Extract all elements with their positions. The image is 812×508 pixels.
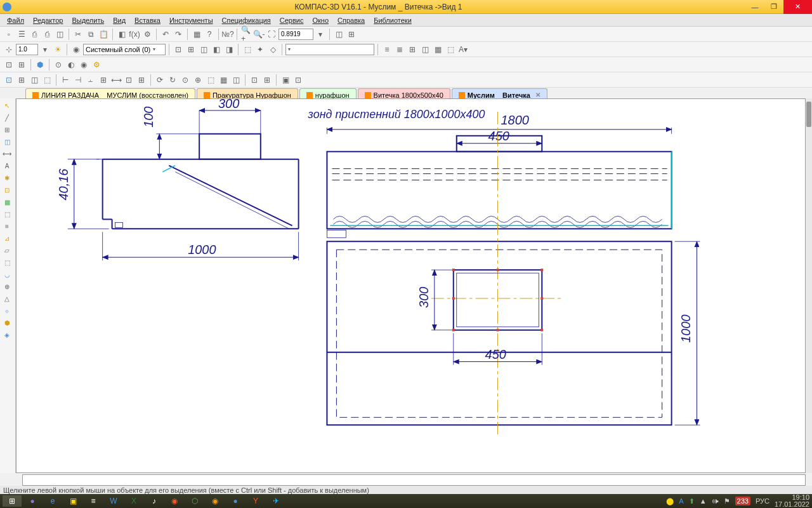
tool-icon[interactable]: ⬚ [1,208,13,220]
layer-toggle-icon[interactable]: ◉ [70,44,82,55]
tool-icon[interactable]: ▦ [191,29,202,40]
cursor-icon[interactable]: ↖ [1,100,13,111]
tool-icon[interactable]: ✱ [1,172,13,184]
tray-icon[interactable]: ▲ [700,497,707,505]
tool-icon[interactable]: ⊕ [1,281,13,292]
gear-icon[interactable]: ⚙ [91,59,102,70]
layer-icon[interactable]: ☀ [52,44,63,55]
tool-icon[interactable]: ⊙ [53,59,64,70]
tool-icon[interactable]: ⊕ [192,74,204,86]
snap-icon[interactable]: ⊹ [3,44,15,55]
menu-tools[interactable]: Инструменты [166,15,217,25]
tray-icon[interactable]: ⬤ [666,497,674,505]
tool-icon[interactable]: ? [204,29,215,40]
tool-icon[interactable]: ⚙ [141,29,153,40]
tool-icon[interactable]: ◫ [419,44,431,55]
tool-icon[interactable]: ✦ [254,44,266,55]
line-icon[interactable]: ╱ [1,112,13,123]
tool-icon[interactable]: ⟷ [110,74,122,86]
start-button[interactable]: ⊞ [3,495,22,507]
paste-icon[interactable]: 📋 [98,29,109,40]
menu-select[interactable]: Выделить [68,15,108,25]
redo-icon[interactable]: ↷ [173,29,184,40]
clock[interactable]: 19:10 17.01.2022 [775,494,809,508]
menu-service[interactable]: Сервис [276,15,308,25]
tool-icon[interactable]: ⫠ [85,74,96,86]
menu-lib[interactable]: Библиотеки [370,15,416,25]
help-icon[interactable]: №? [222,29,233,40]
tool-icon[interactable]: ≡ [381,44,393,55]
copy-icon[interactable]: ⧉ [85,29,96,40]
task-icon[interactable]: ● [226,495,245,507]
open-icon[interactable]: ☰ [16,29,27,40]
tool-icon[interactable]: ⊡ [123,74,134,86]
tool-icon[interactable]: ◫ [198,44,209,55]
task-icon[interactable]: ▣ [63,495,82,507]
tool-icon[interactable]: ⊞ [346,29,357,40]
task-icon[interactable]: W [104,495,123,507]
tool-icon[interactable]: A▾ [457,44,469,55]
tool-icon[interactable]: ⊡ [1,184,13,196]
menu-spec[interactable]: Спецификация [218,15,275,25]
drawing-canvas[interactable]: зонд пристенний 1800x1000x400 300 100 40… [16,99,805,472]
tool-icon[interactable]: ⬚ [205,74,216,86]
task-icon[interactable]: ⬡ [185,495,204,507]
tool-icon[interactable]: ⊞ [136,74,147,86]
tool-icon[interactable]: ↻ [167,74,178,86]
tool-icon[interactable]: ◐ [65,59,77,70]
vertical-scrollbar[interactable] [806,98,812,473]
tool-icon[interactable]: ≣ [394,44,405,55]
tool-icon[interactable]: ◫ [230,74,242,86]
menu-window[interactable]: Окно [308,15,332,25]
menu-file[interactable]: Файл [3,15,28,25]
tool-icon[interactable]: ⊞ [185,44,197,55]
tool-icon[interactable]: ⬢ [1,317,13,328]
tool-icon[interactable]: ⊢ [60,74,71,86]
tool-icon[interactable]: ⊡ [3,59,15,70]
tool-icon[interactable]: ⟐ [1,305,13,316]
zoom-in-icon[interactable]: 🔍+ [240,29,252,40]
tray-icon[interactable]: ⬆ [689,497,695,505]
dim-icon[interactable]: ⟷ [1,148,13,159]
tool-icon[interactable]: ◫ [29,74,40,86]
tool-icon[interactable]: ◫ [1,136,13,147]
tool-icon[interactable]: ◫ [333,29,344,40]
tool-icon[interactable]: ◧ [211,44,222,55]
tool-icon[interactable]: ⬚ [445,44,456,55]
dropdown-icon[interactable]: ▾ [39,44,51,55]
tool-icon[interactable]: ⊞ [407,44,418,55]
task-icon[interactable]: e [43,495,62,507]
tool-icon[interactable]: ≡ [1,220,13,232]
minimize-button[interactable]: — [745,0,764,14]
tool-icon[interactable]: ◨ [223,44,235,55]
tool-icon[interactable]: ⊣ [72,74,84,86]
scroll-thumb[interactable] [806,102,811,127]
menu-edit[interactable]: Редактор [29,15,67,25]
tray-icon[interactable]: ⚑ [724,497,730,505]
task-icon[interactable]: ♪ [145,495,164,507]
tool-icon[interactable]: ⬚ [1,257,13,268]
command-input[interactable] [22,474,806,486]
tool-icon[interactable]: △ [1,293,13,304]
tool-icon[interactable]: ⊞ [1,124,13,135]
tool-icon[interactable]: ⊿ [1,232,13,244]
zoom-out-icon[interactable]: 🔍- [253,29,265,40]
language-indicator[interactable]: РУС [756,497,769,505]
task-icon[interactable]: ◉ [165,495,184,507]
task-icon[interactable]: ≡ [84,495,103,507]
preview-icon[interactable]: ◫ [54,29,65,40]
task-icon[interactable]: ✈ [266,495,285,507]
new-icon[interactable]: ▫ [3,29,15,40]
layer-combo[interactable]: Системный слой (0) [83,44,166,55]
task-icon[interactable]: X [124,495,143,507]
scale-input[interactable] [16,44,38,55]
task-icon[interactable]: ● [23,495,42,507]
tool-icon[interactable]: ▱ [1,244,13,256]
fx-icon[interactable]: f(x) [129,29,140,40]
tool-icon[interactable]: ⊡ [292,74,304,86]
text-icon[interactable]: A [1,160,13,171]
print-icon[interactable]: ⎙ [41,29,53,40]
style-combo[interactable] [285,44,374,55]
tool-icon[interactable]: ⊞ [98,74,109,86]
task-icon[interactable]: Y [246,495,265,507]
